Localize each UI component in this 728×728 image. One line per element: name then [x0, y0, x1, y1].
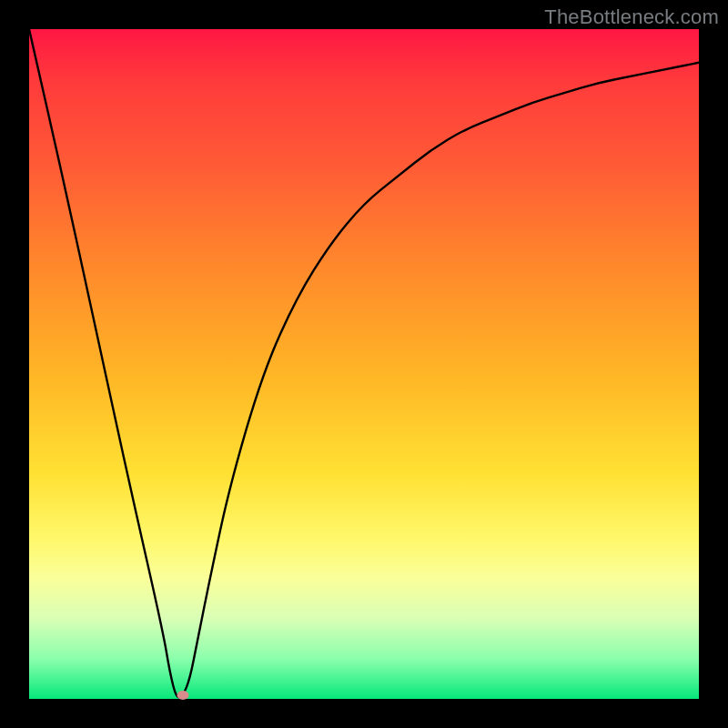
- minimum-marker: [177, 691, 189, 700]
- attribution-text: TheBottleneck.com: [544, 5, 719, 29]
- plot-area: [29, 29, 699, 699]
- chart-container: TheBottleneck.com: [0, 0, 728, 728]
- curve-layer: [29, 29, 699, 699]
- bottleneck-curve: [29, 29, 699, 697]
